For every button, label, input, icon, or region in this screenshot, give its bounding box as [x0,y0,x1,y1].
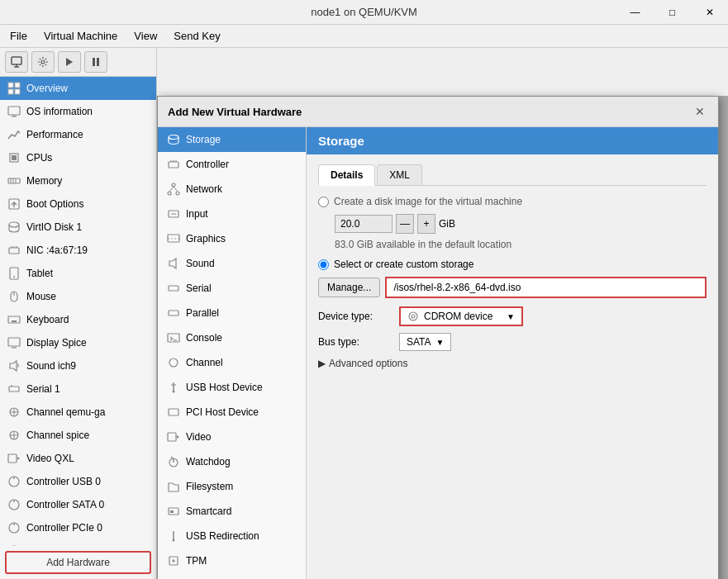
detail-tabs: Details XML [318,164,707,186]
sidebar-item-label: Channel qemu-ga [26,406,105,418]
menu-virtual-machine[interactable]: Virtual Machine [37,26,124,45]
sidebar-item-label: Memory [26,175,62,187]
sidebar-item-tablet[interactable]: Tablet [0,262,156,285]
dialog-close-button[interactable]: ✕ [692,103,708,120]
hw-item-usb-host[interactable]: USB Host Device [158,375,306,400]
close-button[interactable]: ✕ [691,0,728,25]
sidebar-item-performance[interactable]: Performance [0,123,156,146]
hw-item-filesystem[interactable]: Filesystem [158,474,306,499]
hw-item-network[interactable]: Network [158,177,306,202]
svg-point-62 [168,192,171,195]
sidebar-item-controller-virtio[interactable]: Controller VirtIO Seria [0,539,156,546]
svg-rect-46 [8,454,17,463]
monitor-button[interactable] [5,51,28,73]
sidebar-item-keyboard[interactable]: Keyboard [0,308,156,331]
svg-point-63 [176,192,179,195]
tab-xml[interactable]: XML [377,164,422,185]
mouse-icon [7,289,21,304]
hw-item-sound[interactable]: Sound [158,251,306,276]
sidebar-item-boot[interactable]: Boot Options [0,192,156,216]
hw-item-video[interactable]: Video [158,425,306,449]
svg-rect-81 [169,409,178,415]
svg-rect-73 [169,286,178,291]
disk-size-plus[interactable]: + [417,214,435,234]
sidebar-item-controller-sata[interactable]: Controller SATA 0 [0,493,156,516]
storage-path-input[interactable] [385,277,707,298]
hw-item-parallel[interactable]: Parallel [158,301,306,325]
sidebar-item-controller-usb[interactable]: Controller USB 0 [0,470,156,493]
disk-image-radio[interactable] [318,197,329,207]
svg-marker-72 [169,259,176,268]
add-hardware-dialog: Add New Virtual Hardware ✕ Storage [157,96,719,579]
hw-item-console[interactable]: Console [158,325,306,350]
svg-marker-47 [17,457,20,460]
sidebar-item-cpus[interactable]: CPUs [0,146,156,169]
hardware-list: Storage Controller Netwo [158,127,307,579]
custom-storage-radio[interactable] [318,259,329,270]
sidebar-item-mouse[interactable]: Mouse [0,285,156,308]
menu-send-key[interactable]: Send Key [167,26,226,45]
sidebar-item-video-qxl[interactable]: Video QXL [0,447,156,470]
dialog-title: Add New Virtual Hardware [168,106,302,118]
sidebar-item-label: Controller PCIe 0 [26,522,102,534]
menu-view[interactable]: View [127,26,164,45]
bus-type-row: Bus type: SATA ▼ [318,333,707,351]
hw-item-controller[interactable]: Controller [158,152,306,177]
sidebar-item-controller-pcie[interactable]: Controller PCIe 0 [0,516,156,539]
hw-item-usb-redir[interactable]: USB Redirection [158,524,306,548]
svg-line-64 [169,187,174,192]
play-button[interactable] [58,51,81,73]
add-hardware-button[interactable]: Add Hardware [5,551,151,574]
disk-size-minus[interactable]: — [396,214,414,234]
svg-point-77 [169,358,178,367]
disk-size-input[interactable] [335,215,393,233]
boot-icon [7,197,21,211]
device-type-dropdown-arrow: ▼ [507,312,515,321]
settings-button[interactable] [31,51,55,73]
hw-item-storage[interactable]: Storage [158,127,306,152]
advanced-options-toggle[interactable]: ▶ Advanced options [318,358,707,369]
menu-bar: File Virtual Machine View Send Key [0,25,728,48]
menu-file[interactable]: File [3,26,34,45]
keyboard-icon [7,312,21,327]
sidebar-item-display-spice[interactable]: Display Spice [0,331,156,354]
hw-item-label: Input [186,208,208,220]
hw-item-label: Console [186,332,222,344]
sidebar-item-memory[interactable]: Memory [0,169,156,192]
sidebar-item-label: Keyboard [26,314,69,325]
hw-item-smartcard[interactable]: Smartcard [158,499,306,524]
sidebar-item-serial1[interactable]: Serial 1 [0,377,156,401]
sidebar-item-virtio-disk[interactable]: VirtIO Disk 1 [0,216,156,239]
device-type-select[interactable]: CDROM device ▼ [399,306,523,326]
svg-point-22 [9,222,19,227]
hw-item-channel[interactable]: Channel [158,350,306,375]
sidebar-item-overview[interactable]: Overview [0,77,156,100]
hw-item-serial[interactable]: Serial [158,276,306,301]
minimize-button[interactable]: — [616,0,654,25]
svg-line-86 [171,457,173,458]
left-sidebar: Overview OS information Performance [0,48,157,579]
manage-button[interactable]: Manage... [318,278,380,297]
sidebar-item-os[interactable]: OS information [0,100,156,123]
svg-rect-10 [15,89,20,94]
advanced-options-arrow: ▶ [318,358,326,369]
hw-item-label: Network [186,183,222,195]
hw-item-tpm[interactable]: TPM [158,548,306,573]
sidebar-item-label: Controller USB 0 [26,476,101,487]
hw-item-input[interactable]: Input [158,202,306,226]
hw-item-rng[interactable]: RNG [158,573,306,579]
hw-item-watchdog[interactable]: Watchdog [158,449,306,474]
sidebar-item-channel-spice[interactable]: Channel spice [0,424,156,447]
sidebar-item-sound[interactable]: Sound ich9 [0,354,156,377]
sidebar-item-nic[interactable]: NIC :4a:67:19 [0,239,156,262]
input-icon [166,206,181,221]
hw-item-label: Smartcard [186,505,231,517]
tab-details[interactable]: Details [318,164,375,186]
hw-item-label: Serial [186,282,212,294]
hw-item-graphics[interactable]: Graphics [158,226,306,251]
pause-button[interactable] [84,51,107,73]
bus-type-select[interactable]: SATA ▼ [399,333,451,351]
hw-item-pci-host[interactable]: PCI Host Device [158,400,306,425]
sidebar-item-channel-qemu[interactable]: Channel qemu-ga [0,401,156,424]
maximize-button[interactable]: □ [654,0,691,25]
